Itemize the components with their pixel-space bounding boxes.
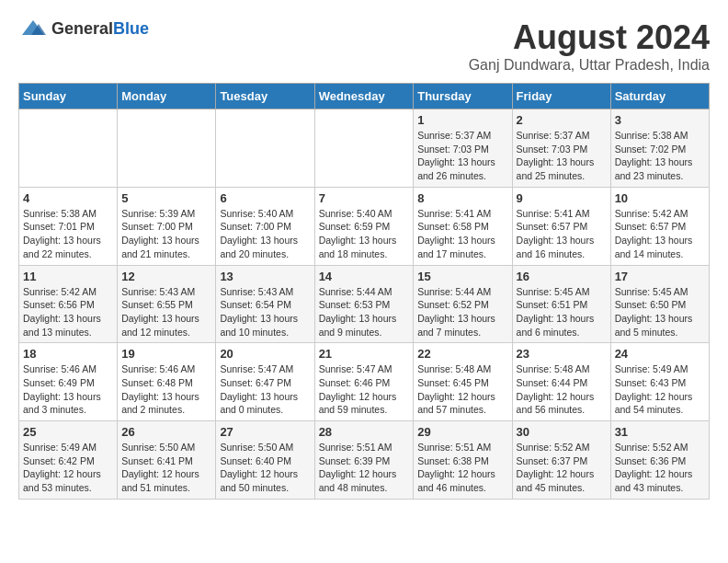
header-section: GeneralBlue August 2024 Ganj Dundwara, U… xyxy=(18,18,710,74)
day-number: 22 xyxy=(417,347,507,361)
day-number: 15 xyxy=(417,270,507,283)
day-info: Sunrise: 5:52 AM Sunset: 6:37 PM Dayligh… xyxy=(517,441,607,495)
day-number: 8 xyxy=(417,191,507,205)
day-number: 11 xyxy=(23,270,113,283)
day-info: Sunrise: 5:41 AM Sunset: 6:57 PM Dayligh… xyxy=(517,207,607,261)
day-info: Sunrise: 5:48 AM Sunset: 6:45 PM Dayligh… xyxy=(417,362,507,417)
calendar-week-1: 1Sunrise: 5:37 AM Sunset: 7:03 PM Daylig… xyxy=(19,109,710,188)
calendar-cell xyxy=(314,109,414,188)
calendar-cell: 11Sunrise: 5:42 AM Sunset: 6:56 PM Dayli… xyxy=(19,265,118,343)
calendar-cell: 3Sunrise: 5:38 AM Sunset: 7:02 PM Daylig… xyxy=(610,109,709,188)
calendar-cell: 1Sunrise: 5:37 AM Sunset: 7:03 PM Daylig… xyxy=(414,109,512,188)
calendar-week-2: 4Sunrise: 5:38 AM Sunset: 7:01 PM Daylig… xyxy=(19,187,710,265)
day-number: 25 xyxy=(23,425,113,439)
day-info: Sunrise: 5:42 AM Sunset: 6:57 PM Dayligh… xyxy=(615,207,705,261)
calendar-cell: 14Sunrise: 5:44 AM Sunset: 6:53 PM Dayli… xyxy=(314,265,414,343)
day-number: 12 xyxy=(121,270,211,283)
calendar-cell: 20Sunrise: 5:47 AM Sunset: 6:47 PM Dayli… xyxy=(216,343,314,421)
calendar-cell: 29Sunrise: 5:51 AM Sunset: 6:38 PM Dayli… xyxy=(414,421,512,500)
day-number: 20 xyxy=(220,347,310,361)
calendar-cell: 6Sunrise: 5:40 AM Sunset: 7:00 PM Daylig… xyxy=(216,187,314,265)
day-info: Sunrise: 5:51 AM Sunset: 6:39 PM Dayligh… xyxy=(319,441,410,495)
day-number: 23 xyxy=(517,347,607,361)
day-number: 30 xyxy=(517,425,607,439)
day-info: Sunrise: 5:40 AM Sunset: 6:59 PM Dayligh… xyxy=(319,207,410,261)
day-number: 6 xyxy=(220,191,310,205)
day-number: 28 xyxy=(319,425,410,439)
day-number: 18 xyxy=(23,347,113,361)
day-number: 4 xyxy=(23,191,113,205)
calendar-cell: 30Sunrise: 5:52 AM Sunset: 6:37 PM Dayli… xyxy=(512,421,610,500)
title-section: August 2024 Ganj Dundwara, Uttar Pradesh… xyxy=(469,18,710,74)
header-sunday: Sunday xyxy=(19,84,118,109)
calendar-cell: 9Sunrise: 5:41 AM Sunset: 6:57 PM Daylig… xyxy=(512,187,610,265)
day-number: 29 xyxy=(417,425,507,439)
day-info: Sunrise: 5:49 AM Sunset: 6:42 PM Dayligh… xyxy=(23,441,113,495)
calendar-cell: 13Sunrise: 5:43 AM Sunset: 6:54 PM Dayli… xyxy=(216,265,314,343)
calendar-cell xyxy=(118,109,216,188)
location-title: Ganj Dundwara, Uttar Pradesh, India xyxy=(469,57,710,74)
day-info: Sunrise: 5:45 AM Sunset: 6:50 PM Dayligh… xyxy=(615,285,705,339)
calendar-cell: 5Sunrise: 5:39 AM Sunset: 7:00 PM Daylig… xyxy=(118,187,216,265)
calendar-week-5: 25Sunrise: 5:49 AM Sunset: 6:42 PM Dayli… xyxy=(19,421,710,500)
calendar-week-4: 18Sunrise: 5:46 AM Sunset: 6:49 PM Dayli… xyxy=(19,343,710,421)
calendar-cell: 7Sunrise: 5:40 AM Sunset: 6:59 PM Daylig… xyxy=(314,187,414,265)
calendar-cell: 10Sunrise: 5:42 AM Sunset: 6:57 PM Dayli… xyxy=(610,187,709,265)
day-info: Sunrise: 5:49 AM Sunset: 6:43 PM Dayligh… xyxy=(615,362,705,417)
day-number: 5 xyxy=(121,191,211,205)
day-number: 7 xyxy=(319,191,410,205)
day-info: Sunrise: 5:41 AM Sunset: 6:58 PM Dayligh… xyxy=(417,207,507,261)
day-number: 16 xyxy=(517,270,607,283)
day-info: Sunrise: 5:44 AM Sunset: 6:52 PM Dayligh… xyxy=(417,285,507,339)
day-info: Sunrise: 5:45 AM Sunset: 6:51 PM Dayligh… xyxy=(517,285,607,339)
calendar-table: SundayMondayTuesdayWednesdayThursdayFrid… xyxy=(18,83,710,500)
day-info: Sunrise: 5:52 AM Sunset: 6:36 PM Dayligh… xyxy=(615,441,705,495)
calendar-cell: 18Sunrise: 5:46 AM Sunset: 6:49 PM Dayli… xyxy=(19,343,118,421)
day-number: 14 xyxy=(319,270,410,283)
day-info: Sunrise: 5:40 AM Sunset: 7:00 PM Dayligh… xyxy=(220,207,310,261)
day-number: 13 xyxy=(220,270,310,283)
calendar-cell: 28Sunrise: 5:51 AM Sunset: 6:39 PM Dayli… xyxy=(314,421,414,500)
calendar-cell: 16Sunrise: 5:45 AM Sunset: 6:51 PM Dayli… xyxy=(512,265,610,343)
month-title: August 2024 xyxy=(469,18,710,57)
header-monday: Monday xyxy=(118,84,216,109)
day-info: Sunrise: 5:38 AM Sunset: 7:01 PM Dayligh… xyxy=(23,207,113,261)
calendar-cell: 12Sunrise: 5:43 AM Sunset: 6:55 PM Dayli… xyxy=(118,265,216,343)
calendar-cell: 22Sunrise: 5:48 AM Sunset: 6:45 PM Dayli… xyxy=(414,343,512,421)
day-info: Sunrise: 5:38 AM Sunset: 7:02 PM Dayligh… xyxy=(615,129,705,183)
day-info: Sunrise: 5:50 AM Sunset: 6:40 PM Dayligh… xyxy=(220,441,310,495)
logo-text: GeneralBlue xyxy=(51,19,149,39)
calendar-cell: 25Sunrise: 5:49 AM Sunset: 6:42 PM Dayli… xyxy=(19,421,118,500)
calendar-cell xyxy=(19,109,118,188)
header-saturday: Saturday xyxy=(610,84,709,109)
calendar-cell: 21Sunrise: 5:47 AM Sunset: 6:46 PM Dayli… xyxy=(314,343,414,421)
day-info: Sunrise: 5:44 AM Sunset: 6:53 PM Dayligh… xyxy=(319,285,410,339)
logo: GeneralBlue xyxy=(18,18,149,39)
day-info: Sunrise: 5:51 AM Sunset: 6:38 PM Dayligh… xyxy=(417,441,507,495)
day-info: Sunrise: 5:47 AM Sunset: 6:46 PM Dayligh… xyxy=(319,362,410,417)
day-info: Sunrise: 5:42 AM Sunset: 6:56 PM Dayligh… xyxy=(23,285,113,339)
day-info: Sunrise: 5:37 AM Sunset: 7:03 PM Dayligh… xyxy=(417,129,507,183)
calendar-cell: 2Sunrise: 5:37 AM Sunset: 7:03 PM Daylig… xyxy=(512,109,610,188)
day-info: Sunrise: 5:43 AM Sunset: 6:54 PM Dayligh… xyxy=(220,285,310,339)
day-info: Sunrise: 5:47 AM Sunset: 6:47 PM Dayligh… xyxy=(220,362,310,417)
calendar-cell: 31Sunrise: 5:52 AM Sunset: 6:36 PM Dayli… xyxy=(610,421,709,500)
day-number: 10 xyxy=(615,191,705,205)
calendar-header-row: SundayMondayTuesdayWednesdayThursdayFrid… xyxy=(19,84,710,109)
day-info: Sunrise: 5:46 AM Sunset: 6:48 PM Dayligh… xyxy=(121,362,211,417)
day-number: 27 xyxy=(220,425,310,439)
calendar-cell: 19Sunrise: 5:46 AM Sunset: 6:48 PM Dayli… xyxy=(118,343,216,421)
calendar-cell: 15Sunrise: 5:44 AM Sunset: 6:52 PM Dayli… xyxy=(414,265,512,343)
day-number: 9 xyxy=(517,191,607,205)
calendar-cell: 8Sunrise: 5:41 AM Sunset: 6:58 PM Daylig… xyxy=(414,187,512,265)
day-info: Sunrise: 5:46 AM Sunset: 6:49 PM Dayligh… xyxy=(23,362,113,417)
day-info: Sunrise: 5:39 AM Sunset: 7:00 PM Dayligh… xyxy=(121,207,211,261)
day-number: 31 xyxy=(615,425,705,439)
day-info: Sunrise: 5:43 AM Sunset: 6:55 PM Dayligh… xyxy=(121,285,211,339)
day-info: Sunrise: 5:37 AM Sunset: 7:03 PM Dayligh… xyxy=(517,129,607,183)
day-number: 17 xyxy=(615,270,705,283)
calendar-cell: 4Sunrise: 5:38 AM Sunset: 7:01 PM Daylig… xyxy=(19,187,118,265)
calendar-cell: 24Sunrise: 5:49 AM Sunset: 6:43 PM Dayli… xyxy=(610,343,709,421)
calendar-cell: 26Sunrise: 5:50 AM Sunset: 6:41 PM Dayli… xyxy=(118,421,216,500)
calendar-cell: 17Sunrise: 5:45 AM Sunset: 6:50 PM Dayli… xyxy=(610,265,709,343)
